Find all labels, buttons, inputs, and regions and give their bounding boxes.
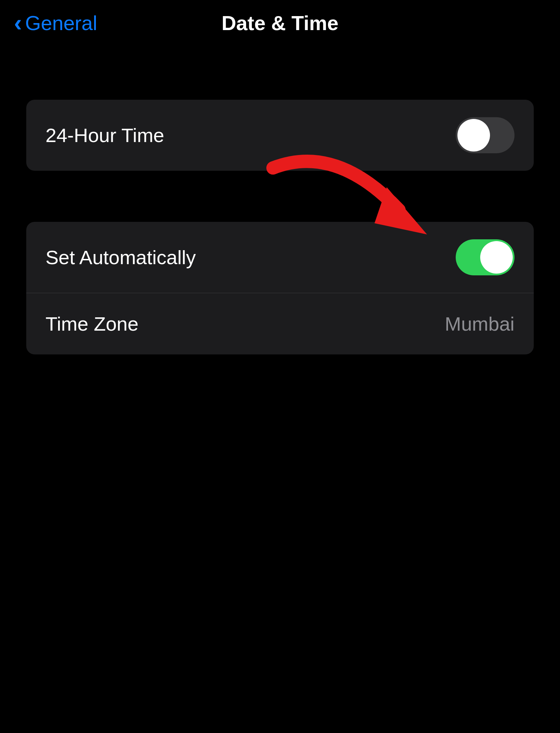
row-value-time-zone: Mumbai — [445, 312, 514, 335]
back-button[interactable]: ‹ General — [14, 9, 97, 36]
row-24-hour-time: 24-Hour Time — [26, 100, 534, 171]
row-label-time-zone: Time Zone — [46, 312, 139, 335]
row-time-zone[interactable]: Time Zone Mumbai — [26, 293, 534, 354]
settings-content: 24-Hour Time Set Automatically Time Zone… — [0, 37, 560, 354]
settings-group-display: 24-Hour Time — [26, 100, 534, 171]
row-label-set-automatically: Set Automatically — [46, 246, 196, 269]
navigation-header: ‹ General Date & Time — [0, 0, 560, 37]
settings-group-timezone: Set Automatically Time Zone Mumbai — [26, 222, 534, 354]
toggle-set-automatically[interactable] — [456, 239, 514, 275]
back-label: General — [25, 11, 97, 35]
row-label-24hour: 24-Hour Time — [46, 124, 164, 147]
toggle-knob — [457, 119, 490, 151]
chevron-left-icon: ‹ — [14, 9, 20, 36]
page-title: Date & Time — [222, 11, 338, 35]
row-set-automatically: Set Automatically — [26, 222, 534, 293]
toggle-knob — [480, 241, 513, 274]
toggle-24-hour-time[interactable] — [456, 117, 514, 153]
